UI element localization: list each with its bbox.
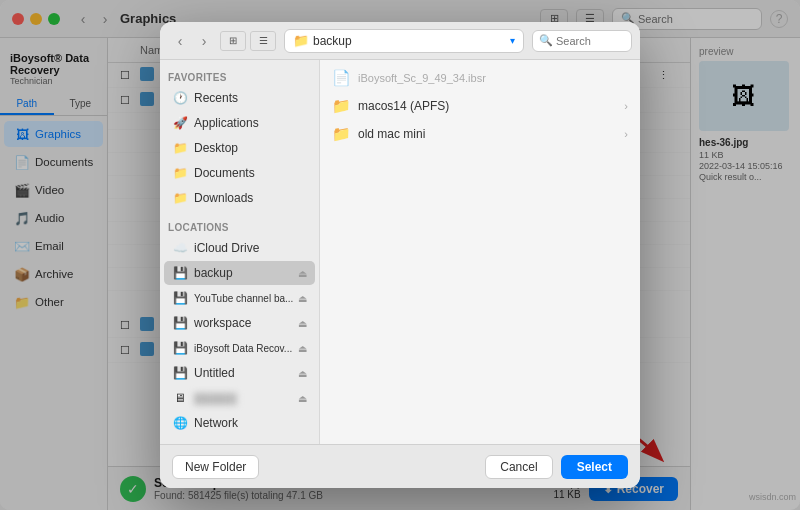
modal-file-row[interactable]: 📁 macos14 (APFS) ›: [320, 92, 640, 120]
modal-search-icon: 🔍: [539, 34, 553, 47]
icloud-icon: ☁️: [172, 240, 188, 256]
modal-sidebar-desktop[interactable]: 📁 Desktop: [164, 136, 315, 160]
modal-view-controls: ⊞ ☰: [220, 31, 276, 51]
modal-sidebar-blurred[interactable]: 🖥 ██████ ⏏: [164, 386, 315, 410]
modal-footer: New Folder Cancel Select: [160, 444, 640, 488]
untitled-icon: 💾: [172, 365, 188, 381]
modal-sidebar-youtube[interactable]: 💾 YouTube channel ba... ⏏: [164, 286, 315, 310]
modal-folder-name: macos14 (APFS): [358, 99, 449, 113]
favorites-label: Favorites: [160, 68, 319, 85]
backup-icon: 💾: [172, 265, 188, 281]
location-folder-icon: 📁: [293, 33, 309, 48]
modal-body: Favorites 🕐 Recents 🚀 Applications 📁 Des…: [160, 60, 640, 444]
modal-location-bar[interactable]: 📁 backup ▾: [284, 29, 524, 53]
backup-label: backup: [194, 266, 233, 280]
modal-window: ‹ › ⊞ ☰ 📁 backup ▾ 🔍 Favorites 🕐: [160, 22, 640, 488]
modal-sidebar-documents[interactable]: 📁 Documents: [164, 161, 315, 185]
iboysoft-label: iBoysoft Data Recov...: [194, 343, 292, 354]
applications-label: Applications: [194, 116, 259, 130]
modal-icon-view[interactable]: ⊞: [220, 31, 246, 51]
modal-back-button[interactable]: ‹: [168, 29, 192, 53]
modal-file-row[interactable]: 📁 old mac mini ›: [320, 120, 640, 148]
modal-sidebar-icloud[interactable]: ☁️ iCloud Drive: [164, 236, 315, 260]
network-icon: 🌐: [172, 415, 188, 431]
desktop-label: Desktop: [194, 141, 238, 155]
location-chevron-icon[interactable]: ▾: [510, 35, 515, 46]
modal-overlay[interactable]: ‹ › ⊞ ☰ 📁 backup ▾ 🔍 Favorites 🕐: [0, 0, 800, 510]
downloads-label: Downloads: [194, 191, 253, 205]
untitled-eject-icon[interactable]: ⏏: [298, 368, 307, 379]
icloud-label: iCloud Drive: [194, 241, 259, 255]
modal-sidebar-backup[interactable]: 💾 backup ⏏: [164, 261, 315, 285]
workspace-eject-icon[interactable]: ⏏: [298, 318, 307, 329]
blurred-icon: 🖥: [172, 390, 188, 406]
chevron-right-icon: ›: [624, 100, 628, 112]
untitled-label: Untitled: [194, 366, 235, 380]
recents-label: Recents: [194, 91, 238, 105]
recents-icon: 🕐: [172, 90, 188, 106]
new-folder-button[interactable]: New Folder: [172, 455, 259, 479]
locations-label: Locations: [160, 218, 319, 235]
select-button[interactable]: Select: [561, 455, 628, 479]
watermark: wsisdn.com: [749, 492, 796, 502]
iboysoft-eject-icon[interactable]: ⏏: [298, 343, 307, 354]
modal-sidebar-workspace[interactable]: 💾 workspace ⏏: [164, 311, 315, 335]
modal-file-name: iBoysoft_Sc_9_49_34.ibsr: [358, 72, 486, 84]
youtube-label: YouTube channel ba...: [194, 293, 293, 304]
modal-sidebar-network[interactable]: 🌐 Network: [164, 411, 315, 435]
modal-search-input[interactable]: [556, 35, 625, 47]
modal-sidebar-untitled[interactable]: 💾 Untitled ⏏: [164, 361, 315, 385]
backup-eject-icon[interactable]: ⏏: [298, 268, 307, 279]
iboysoft-icon: 💾: [172, 340, 188, 356]
modal-sidebar: Favorites 🕐 Recents 🚀 Applications 📁 Des…: [160, 60, 320, 444]
blurred-label: ██████: [194, 393, 237, 404]
desktop-icon: 📁: [172, 140, 188, 156]
cancel-button[interactable]: Cancel: [485, 455, 552, 479]
modal-sidebar-downloads[interactable]: 📁 Downloads: [164, 186, 315, 210]
folder-icon: 📁: [332, 125, 350, 143]
folder-icon: 📁: [332, 97, 350, 115]
applications-icon: 🚀: [172, 115, 188, 131]
file-doc-icon: 📄: [332, 69, 350, 87]
chevron-right-icon: ›: [624, 128, 628, 140]
modal-folder-name: old mac mini: [358, 127, 425, 141]
modal-sidebar-recents[interactable]: 🕐 Recents: [164, 86, 315, 110]
downloads-icon: 📁: [172, 190, 188, 206]
blurred-eject-icon[interactable]: ⏏: [298, 393, 307, 404]
workspace-label: workspace: [194, 316, 251, 330]
youtube-eject-icon[interactable]: ⏏: [298, 293, 307, 304]
modal-toolbar: ‹ › ⊞ ☰ 📁 backup ▾ 🔍: [160, 22, 640, 60]
modal-search-bar[interactable]: 🔍: [532, 30, 632, 52]
modal-documents-icon: 📁: [172, 165, 188, 181]
modal-list-view[interactable]: ☰: [250, 31, 276, 51]
modal-documents-label: Documents: [194, 166, 255, 180]
modal-sidebar-applications[interactable]: 🚀 Applications: [164, 111, 315, 135]
youtube-icon: 💾: [172, 290, 188, 306]
modal-forward-button[interactable]: ›: [192, 29, 216, 53]
modal-file-list: 📄 iBoysoft_Sc_9_49_34.ibsr 📁 macos14 (AP…: [320, 60, 640, 444]
network-label: Network: [194, 416, 238, 430]
workspace-icon: 💾: [172, 315, 188, 331]
modal-sidebar-iboysoft[interactable]: 💾 iBoysoft Data Recov... ⏏: [164, 336, 315, 360]
modal-file-row[interactable]: 📄 iBoysoft_Sc_9_49_34.ibsr: [320, 64, 640, 92]
location-text: backup: [313, 34, 510, 48]
